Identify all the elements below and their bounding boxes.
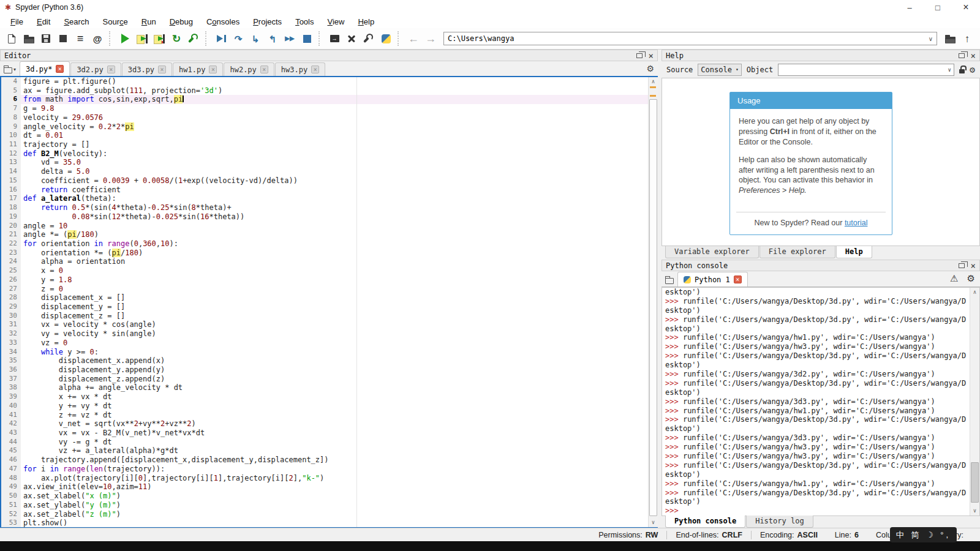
close-tab-icon[interactable]: ×: [209, 66, 217, 73]
close-tab-icon[interactable]: ×: [734, 276, 742, 283]
scroll-down-icon[interactable]: ∨: [970, 506, 979, 515]
stop-debug-button[interactable]: [299, 31, 315, 47]
forward-button[interactable]: →: [423, 31, 439, 47]
code-editor[interactable]: 4figure = plt.figure()5ax = figure.add_s…: [0, 77, 658, 528]
chevron-down-icon[interactable]: ∨: [925, 36, 937, 42]
close-tab-icon[interactable]: ×: [311, 66, 319, 73]
object-combo[interactable]: ∨: [778, 64, 954, 76]
save-all-button[interactable]: [55, 31, 71, 47]
browse-tabs-button[interactable]: [663, 276, 677, 287]
menu-source[interactable]: Source: [96, 16, 135, 28]
menu-bar: FileEditSearchSourceRunDebugConsolesProj…: [0, 15, 980, 28]
editor-tab-hw2py[interactable]: hw2.py×: [224, 62, 274, 76]
line-number: 42: [1, 419, 21, 429]
console-line: esktop'): [662, 288, 979, 297]
browse-tabs-button[interactable]: ▾: [1, 66, 20, 76]
console-options-gear-icon[interactable]: ⚙: [967, 273, 975, 284]
scroll-down-icon[interactable]: ∨: [649, 518, 658, 527]
python-env-button[interactable]: [378, 31, 394, 47]
browse-working-directory-button[interactable]: [942, 31, 958, 47]
debug-continue-button[interactable]: ▶▶: [282, 31, 298, 47]
editor-scrollbar[interactable]: ∧ ∨: [648, 77, 658, 527]
close-tab-icon[interactable]: ×: [260, 66, 268, 73]
menu-tools[interactable]: Tools: [288, 16, 320, 28]
run-cell-button[interactable]: [134, 31, 150, 47]
file-switcher-button[interactable]: ≡: [72, 31, 88, 47]
menu-edit[interactable]: Edit: [30, 16, 57, 28]
editor-tab-3d2py[interactable]: 3d2.py×: [70, 62, 121, 76]
fullscreen-mode-button[interactable]: [344, 31, 360, 47]
console-tab-python1[interactable]: Python 1 ×: [677, 272, 748, 287]
menu-help[interactable]: Help: [351, 16, 381, 28]
warning-icon[interactable]: ⚠: [950, 273, 958, 284]
console-line: >>> runfile('C:/Users/wangya/3d2.py', wd…: [662, 370, 979, 379]
editor-tab-hw1py[interactable]: hw1.py×: [173, 62, 223, 76]
undock-icon[interactable]: [636, 53, 643, 58]
scroll-up-icon[interactable]: ∧: [970, 288, 979, 297]
step-over-button[interactable]: ↷: [230, 31, 246, 47]
editor-tab-3dpy[interactable]: 3d.py*×: [20, 61, 70, 76]
undock-icon[interactable]: [959, 53, 965, 58]
close-pane-icon[interactable]: ×: [649, 51, 654, 60]
editor-tab-hw3py[interactable]: hw3.py×: [275, 62, 325, 76]
taskbar-edge: [0, 541, 980, 551]
run-cell-advance-button[interactable]: [151, 31, 167, 47]
preferences-button[interactable]: [361, 31, 377, 47]
close-pane-icon[interactable]: ×: [971, 51, 976, 60]
new-file-button[interactable]: [4, 31, 20, 47]
working-directory-combo[interactable]: ∨: [443, 32, 937, 45]
object-input[interactable]: [778, 66, 945, 74]
step-into-button[interactable]: ↳: [247, 31, 263, 47]
editor-tab-3d3py[interactable]: 3d3.py×: [122, 62, 172, 76]
scroll-up-icon[interactable]: ∧: [649, 77, 658, 86]
menu-file[interactable]: File: [4, 16, 30, 28]
menu-run[interactable]: Run: [135, 16, 163, 28]
source-select[interactable]: Console ▾: [698, 64, 741, 76]
menu-projects[interactable]: Projects: [246, 16, 288, 28]
lock-icon[interactable]: [959, 69, 965, 73]
working-directory-input[interactable]: [444, 34, 925, 43]
close-tab-icon[interactable]: ×: [158, 66, 166, 73]
line-number: 19: [1, 212, 21, 222]
minimize-button[interactable]: –: [895, 0, 924, 15]
close-pane-icon[interactable]: ×: [971, 261, 976, 270]
menu-search[interactable]: Search: [57, 16, 96, 28]
line-number: 14: [1, 167, 21, 176]
close-button[interactable]: ×: [952, 0, 980, 15]
rerun-cell-button[interactable]: ↻: [168, 31, 184, 47]
close-tab-icon[interactable]: ×: [107, 66, 115, 73]
console-output[interactable]: esktop')>>> runfile('C:/Users/wangya/Des…: [662, 287, 980, 516]
undock-icon[interactable]: [959, 263, 965, 268]
back-button[interactable]: ←: [405, 31, 421, 47]
help-options-gear-icon[interactable]: ⚙: [970, 64, 975, 75]
debug-file-button[interactable]: [213, 31, 229, 47]
symbol-finder-button[interactable]: @: [89, 31, 105, 47]
save-file-button[interactable]: [38, 31, 54, 47]
run-configuration-button[interactable]: [186, 31, 202, 47]
step-return-button[interactable]: ↰: [265, 31, 281, 47]
menu-debug[interactable]: Debug: [163, 16, 200, 28]
tab-variable-explorer[interactable]: Variable explorer: [665, 246, 759, 258]
close-tab-icon[interactable]: ×: [56, 65, 64, 73]
tab-history-log[interactable]: History log: [746, 515, 813, 528]
tab-python-console[interactable]: Python console: [665, 515, 745, 528]
editor-options-gear-icon[interactable]: ⚙: [646, 64, 658, 76]
tab-help[interactable]: Help: [836, 246, 872, 258]
code-line-31: 31 vx = velocity * cos(angle): [1, 320, 658, 329]
tab-file-explorer[interactable]: File explorer: [760, 246, 835, 258]
open-file-button[interactable]: [21, 31, 37, 47]
editor-scroll-thumb[interactable]: [649, 99, 657, 516]
ime-indicator[interactable]: 中 简 ☽ °,: [890, 527, 957, 542]
maximize-pane-button[interactable]: [326, 31, 342, 47]
tutorial-link[interactable]: tutorial: [845, 219, 868, 227]
console-scrollbar[interactable]: ∧ ∨: [970, 288, 979, 515]
parent-directory-button[interactable]: ↑: [959, 31, 975, 47]
spyder-app-icon: ✱: [5, 3, 11, 12]
console-prompt: >>>: [665, 370, 683, 378]
console-scroll-thumb[interactable]: [971, 462, 979, 503]
menu-view[interactable]: View: [320, 16, 351, 28]
code-line-41: 41 z += vz * dt: [1, 411, 658, 420]
run-file-button[interactable]: [117, 31, 133, 47]
maximize-button[interactable]: □: [924, 0, 952, 15]
menu-consoles[interactable]: Consoles: [200, 16, 246, 28]
